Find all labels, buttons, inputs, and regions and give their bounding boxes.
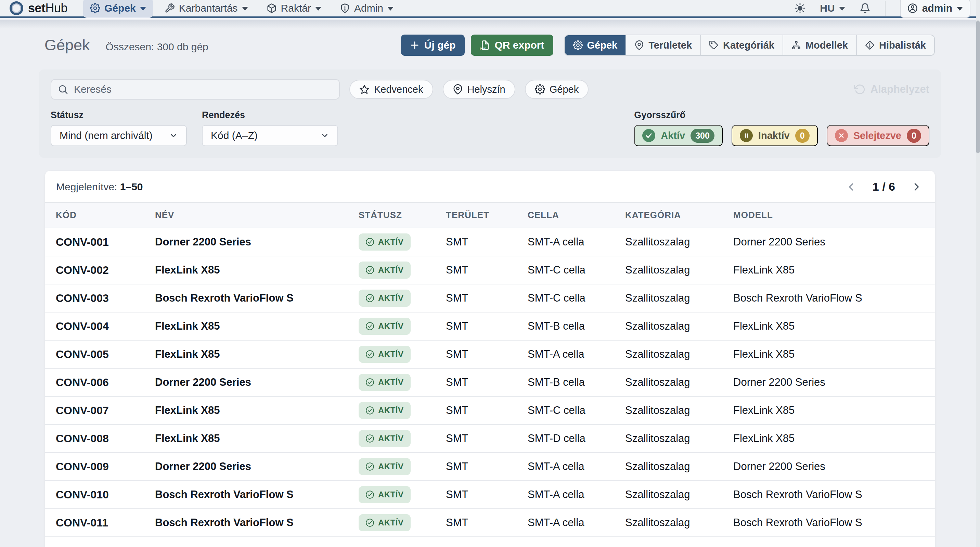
- check-circle-icon: [366, 406, 374, 415]
- scrollbar-thumb[interactable]: [976, 21, 980, 153]
- view-tab-teruletek[interactable]: Területek: [625, 35, 700, 55]
- machine-model: FlexLink X85: [733, 424, 935, 453]
- table-row[interactable]: CONV-001 Dorner 2200 Series AKTÍV SMT SM…: [45, 228, 935, 256]
- machine-category: Szallitoszalag: [625, 453, 733, 481]
- language-selector[interactable]: HU: [820, 2, 845, 14]
- showing-value: 1–50: [120, 181, 143, 192]
- table-row[interactable]: CONV-011 Bosch Rexroth VarioFlow S AKTÍV…: [45, 509, 935, 537]
- nav-item-raktar[interactable]: Raktár: [260, 0, 328, 18]
- machine-cell: SMT-C cella: [528, 256, 625, 284]
- column-header-cella[interactable]: CELLA: [528, 202, 625, 228]
- status-badge: AKTÍV: [359, 262, 410, 279]
- machine-code: CONV-007: [45, 396, 155, 424]
- table-row[interactable]: CONV-010 Bosch Rexroth VarioFlow S AKTÍV…: [45, 481, 935, 509]
- table-row[interactable]: CONV-002 FlexLink X85 AKTÍV SMT SMT-C ce…: [45, 256, 935, 284]
- table-row[interactable]: CONV-005 FlexLink X85 AKTÍV SMT SMT-A ce…: [45, 340, 935, 368]
- nav-label: Raktár: [281, 2, 311, 14]
- column-header-terulet[interactable]: TERÜLET: [446, 202, 528, 228]
- column-header-modell[interactable]: MODELL: [733, 202, 935, 228]
- map-pin-icon: [635, 40, 644, 50]
- status-badge: AKTÍV: [359, 486, 410, 503]
- column-header-statusz[interactable]: STÁTUSZ: [359, 202, 446, 228]
- nav-item-admin[interactable]: Admin: [333, 0, 400, 18]
- machine-code: CONV-005: [45, 340, 155, 368]
- table-row[interactable]: CONV-003 Bosch Rexroth VarioFlow S AKTÍV…: [45, 284, 935, 312]
- machine-name: FlexLink X85: [155, 424, 359, 453]
- next-page-button[interactable]: [910, 181, 923, 193]
- table-row[interactable]: CONV-007 FlexLink X85 AKTÍV SMT SMT-C ce…: [45, 396, 935, 424]
- prev-page-button[interactable]: [845, 181, 858, 193]
- quick-filter-inactive[interactable]: Inaktív 0: [732, 125, 818, 146]
- view-switcher: Gépek Területek Kategóriák: [564, 35, 935, 56]
- machine-area: SMT: [446, 509, 528, 537]
- machine-name: Bosch Rexroth VarioFlow S: [155, 481, 359, 509]
- check-circle-icon: [366, 294, 374, 303]
- quick-filter-active[interactable]: Aktív 300: [634, 125, 723, 146]
- table-row[interactable]: CONV-004 FlexLink X85 AKTÍV SMT SMT-B ce…: [45, 312, 935, 340]
- machine-model: Dorner 2200 Series: [733, 453, 935, 481]
- chip-label: Aktív: [661, 130, 685, 141]
- table-row[interactable]: CONV-009 Dorner 2200 Series AKTÍV SMT SM…: [45, 453, 935, 481]
- machine-cell: SMT-A cella: [528, 340, 625, 368]
- status-badge: AKTÍV: [359, 458, 410, 475]
- theme-toggle-sun-icon[interactable]: [795, 3, 805, 14]
- quick-filter-scrapped[interactable]: Selejtezve 0: [827, 125, 929, 146]
- machine-status-cell: AKTÍV: [359, 256, 446, 284]
- sort-select[interactable]: Kód (A–Z): [202, 125, 338, 146]
- nav-item-gepek[interactable]: Gépek: [83, 0, 153, 18]
- status-select[interactable]: Mind (nem archivált): [51, 125, 187, 146]
- plus-icon: [410, 40, 420, 50]
- diamond-alert-icon: [865, 40, 875, 50]
- machine-model: Bosch Rexroth VarioFlow S: [733, 481, 935, 509]
- new-machine-button[interactable]: Új gép: [401, 35, 465, 56]
- location-pill[interactable]: Helyszín: [443, 80, 515, 99]
- machine-area: SMT: [446, 340, 528, 368]
- machine-code: CONV-006: [45, 368, 155, 396]
- svg-text:PDF: PDF: [480, 47, 486, 50]
- view-tab-gepek[interactable]: Gépek: [565, 35, 626, 55]
- machines-pill[interactable]: Gépek: [525, 80, 589, 99]
- top-navbar: setHub Gépek Karbantartás Raktár: [0, 0, 980, 18]
- view-tab-kategoriak[interactable]: Kategóriák: [700, 35, 783, 55]
- favorites-pill[interactable]: Kedvencek: [349, 80, 433, 99]
- check-circle-icon: [366, 462, 374, 471]
- machine-area: SMT: [446, 312, 528, 340]
- page-title: Gépek: [45, 36, 90, 54]
- nav-item-karbantartas[interactable]: Karbantartás: [158, 0, 255, 18]
- machine-status-cell: AKTÍV: [359, 396, 446, 424]
- qr-export-button[interactable]: PDF QR export: [471, 35, 553, 56]
- chevron-down-icon: [320, 131, 329, 140]
- column-header-kategoria[interactable]: KATEGÓRIA: [625, 202, 733, 228]
- column-header-nev[interactable]: NÉV: [155, 202, 359, 228]
- status-label: AKTÍV: [378, 237, 404, 247]
- user-menu-button[interactable]: admin: [900, 0, 970, 18]
- machine-cell: SMT-B cella: [528, 312, 625, 340]
- machine-name: FlexLink X85: [155, 396, 359, 424]
- pill-label: Gépek: [550, 84, 579, 95]
- machine-category: Szallitoszalag: [625, 284, 733, 312]
- reset-label: Alaphelyzet: [870, 83, 929, 96]
- new-machine-label: Új gép: [424, 39, 456, 51]
- view-tab-hibalistak[interactable]: Hibalisták: [856, 35, 934, 55]
- showing-label: Megjelenítve:: [56, 181, 117, 192]
- view-tab-label: Területek: [648, 40, 692, 51]
- bell-icon[interactable]: [859, 3, 870, 14]
- package-icon: [267, 3, 277, 13]
- reset-button[interactable]: Alaphelyzet: [854, 83, 929, 96]
- search-input[interactable]: [51, 79, 340, 100]
- gear-icon: [573, 40, 583, 50]
- brand-name: setHub: [28, 1, 67, 15]
- vertical-scrollbar[interactable]: [976, 0, 980, 547]
- machine-status-cell: AKTÍV: [359, 340, 446, 368]
- machine-cell: SMT-A cella: [528, 453, 625, 481]
- view-tab-modellek[interactable]: Modellek: [783, 35, 856, 55]
- brand-logo-icon: [10, 2, 23, 15]
- column-header-kod[interactable]: KÓD: [45, 202, 155, 228]
- brand[interactable]: setHub: [10, 1, 67, 15]
- chevron-down-icon: [169, 131, 178, 140]
- table-row[interactable]: CONV-006 Dorner 2200 Series AKTÍV SMT SM…: [45, 368, 935, 396]
- machine-status-cell: AKTÍV: [359, 509, 446, 537]
- machine-cell: SMT-A cella: [528, 228, 625, 256]
- machine-area: SMT: [446, 256, 528, 284]
- table-row[interactable]: CONV-008 FlexLink X85 AKTÍV SMT SMT-D ce…: [45, 424, 935, 453]
